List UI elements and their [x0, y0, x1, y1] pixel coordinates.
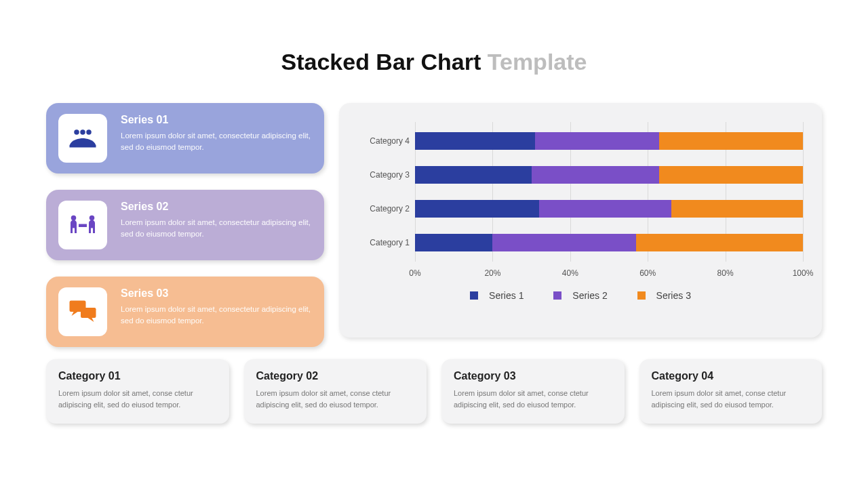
stacked-bar-plot: 0%20%40%60%80%100%Category 4Category 3Ca… [415, 122, 803, 285]
category-1-title: Category 01 [58, 370, 217, 382]
title-sub: Template [488, 49, 587, 75]
bar-segment [636, 234, 803, 251]
legend-item-3: Series 3 [631, 290, 698, 301]
svg-rect-7 [81, 308, 96, 318]
x-tick-label: 60% [639, 268, 656, 278]
bar-segment [492, 234, 636, 251]
x-tick-label: 20% [484, 268, 500, 278]
x-tick-label: 0% [409, 268, 420, 278]
svg-point-1 [80, 129, 85, 135]
chat-icon [58, 287, 107, 336]
category-1-desc: Lorem ipsum dolor sit amet, conse ctetur… [58, 388, 217, 410]
category-card-2: Category 02 Lorem ipsum dolor sit amet, … [244, 359, 427, 424]
bar-segment [415, 166, 532, 184]
series-3-desc: Lorem ipsum dolor sit amet, consectetur … [121, 304, 312, 326]
bar-segment [415, 200, 539, 218]
series-card-3: Series 03 Lorem ipsum dolor sit amet, co… [46, 277, 324, 347]
series-card-1: Series 01 Lorem ipsum dolor sit amet, co… [46, 103, 324, 174]
bar-row: Category 2 [415, 200, 803, 218]
x-tick-label: 100% [793, 268, 814, 278]
x-tick-label: 80% [717, 268, 734, 278]
svg-rect-5 [79, 224, 87, 228]
grid-line [803, 122, 804, 262]
legend-label-2: Series 2 [572, 290, 607, 301]
chart-panel: 0%20%40%60%80%100%Category 4Category 3Ca… [339, 103, 822, 338]
category-cards-row: Category 01 Lorem ipsum dolor sit amet, … [46, 359, 822, 424]
bar-segment [415, 132, 535, 150]
y-category-label: Category 2 [354, 200, 410, 218]
y-category-label: Category 3 [354, 166, 410, 184]
series-2-title: Series 02 [121, 201, 312, 213]
legend-label-3: Series 3 [656, 290, 691, 301]
bar-segment [532, 166, 660, 184]
legend-item-1: Series 1 [463, 290, 530, 301]
legend-label-1: Series 1 [489, 290, 524, 301]
category-4-title: Category 04 [652, 370, 810, 382]
category-card-4: Category 04 Lorem ipsum dolor sit amet, … [639, 359, 823, 424]
bar-segment [659, 166, 803, 184]
svg-point-2 [86, 129, 92, 135]
category-card-1: Category 01 Lorem ipsum dolor sit amet, … [46, 359, 229, 424]
bar-row: Category 4 [415, 132, 803, 150]
svg-point-3 [71, 216, 77, 221]
bar-segment [539, 200, 671, 218]
series-card-2: Series 02 Lorem ipsum dolor sit amet, co… [46, 190, 324, 260]
category-4-desc: Lorem ipsum dolor sit amet, conse ctetur… [652, 388, 810, 410]
y-category-label: Category 1 [354, 234, 410, 251]
bar-segment [659, 132, 803, 150]
category-card-3: Category 03 Lorem ipsum dolor sit amet, … [441, 359, 625, 424]
page-title: Stacked Bar Chart Template [0, 49, 868, 75]
series-2-desc: Lorem ipsum dolor sit amet, consectetur … [121, 217, 312, 239]
bar-segment [671, 200, 803, 218]
x-tick-label: 40% [562, 268, 578, 278]
people-icon [58, 114, 107, 163]
series-cards-column: Series 01 Lorem ipsum dolor sit amet, co… [46, 103, 324, 363]
category-3-desc: Lorem ipsum dolor sit amet, conse ctetur… [454, 388, 612, 410]
meeting-icon [58, 201, 107, 249]
bar-row: Category 3 [415, 166, 803, 184]
series-1-title: Series 01 [121, 114, 312, 126]
category-2-title: Category 02 [256, 370, 415, 382]
title-main: Stacked Bar Chart [281, 49, 481, 75]
y-category-label: Category 4 [354, 132, 410, 150]
series-3-title: Series 03 [121, 287, 312, 300]
svg-point-0 [74, 129, 79, 135]
series-1-desc: Lorem ipsum dolor sit amet, consectetur … [121, 130, 312, 152]
chart-legend: Series 1 Series 2 Series 3 [358, 290, 803, 301]
legend-item-2: Series 2 [547, 290, 614, 301]
bar-segment [535, 132, 659, 150]
category-3-title: Category 03 [454, 370, 612, 382]
bar-segment [415, 234, 492, 251]
category-2-desc: Lorem ipsum dolor sit amet, conse ctetur… [256, 388, 415, 410]
svg-point-4 [90, 216, 95, 221]
bar-row: Category 1 [415, 234, 803, 251]
